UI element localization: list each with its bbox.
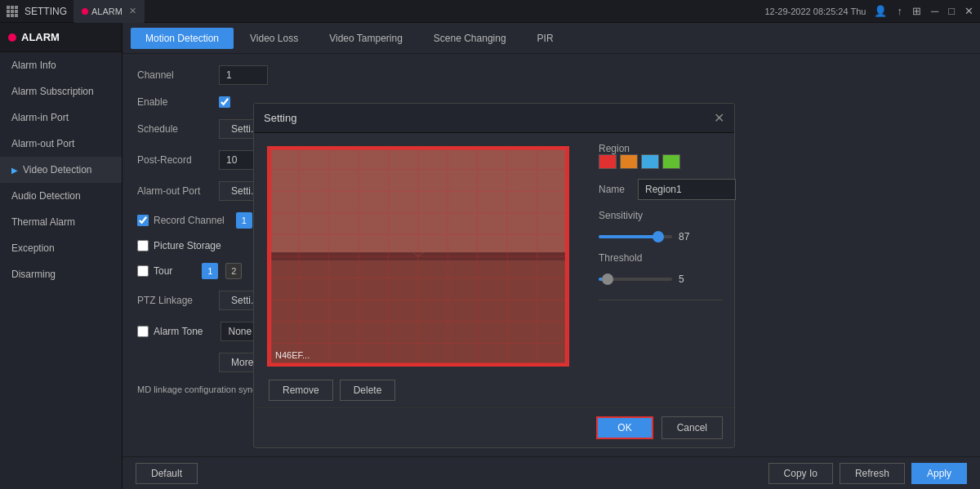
channel-input[interactable] [219,65,268,85]
alarm-tone-label: Alarm Tone [154,326,203,337]
region-color-blue[interactable] [641,154,659,169]
tab-scene-changing-label: Scene Changing [434,33,506,44]
setting-modal: Setting ✕ [253,103,735,448]
content-area: Motion Detection Video Loss Video Tamper… [122,23,980,489]
record-ch1-badge[interactable]: 1 [236,212,252,229]
top-bar-right: 12-29-2022 08:25:24 Thu 👤 ↑ ⊞ ─ □ ✕ [764,5,973,17]
camera-feed[interactable]: N46EF... [267,146,569,367]
picture-storage-label: Picture Storage [154,240,221,251]
tour-ch2-badge[interactable]: 2 [225,263,242,279]
tour-ch1-badge[interactable]: 1 [202,263,218,279]
tour-label: Tour [154,265,172,277]
arrow-icon: ▶ [11,166,18,175]
sidebar-label-thermal-alarm: Thermal Alarm [11,216,75,228]
sidebar-label-disarming: Disarming [11,269,56,280]
default-button[interactable]: Default [136,463,198,484]
modal-right-panel: Region Name [587,133,734,407]
export-icon[interactable]: ↑ [897,5,902,17]
alarm-tone-checkbox[interactable] [137,326,149,337]
enable-checkbox[interactable] [219,96,230,108]
sidebar-label-video-detection: Video Detection [23,164,92,176]
sidebar-label-alarm-out-port: Alarm-out Port [11,138,74,149]
bottom-bar: Default Copy Io Refresh Apply [122,456,980,489]
region-label: Region [599,143,630,154]
remove-button[interactable]: Remove [269,380,333,401]
schedule-label: Schedule [137,123,219,135]
refresh-button[interactable]: Refresh [840,463,905,484]
sensitivity-slider[interactable] [599,235,672,238]
region-color-green[interactable] [662,154,680,169]
delete-button[interactable]: Delete [340,380,396,401]
setting-label: SETTING [24,6,67,17]
sensitivity-slider-row: 87 [599,231,723,242]
channel-row: Channel [137,65,965,85]
sidebar-label-alarm-subscription: Alarm Subscription [11,86,94,97]
maximize-icon[interactable]: □ [948,5,955,17]
cancel-button[interactable]: Cancel [662,416,723,439]
sidebar: ALARM Alarm Info Alarm Subscription Alar… [0,23,122,489]
region-row: Region [599,143,723,169]
sidebar-item-audio-detection[interactable]: Audio Detection [0,183,122,209]
sidebar-label-audio-detection: Audio Detection [11,190,81,202]
tab-video-tampering-label: Video Tampering [329,33,403,44]
sidebar-item-thermal-alarm[interactable]: Thermal Alarm [0,209,122,235]
record-channel-label: Record Channel [154,215,225,226]
region-color-orange[interactable] [620,154,638,169]
sidebar-label-alarm-in-port: Alarm-in Port [11,112,69,123]
footer-right-buttons: Copy Io Refresh Apply [768,463,967,484]
ptz-linkage-label: PTZ Linkage [137,295,219,306]
camera-section: N46EF... Remove Delete [254,133,587,407]
app-grid-icon[interactable] [7,6,18,17]
sidebar-item-alarm-in-port[interactable]: Alarm-in Port [0,104,122,131]
alarm-tab-close[interactable]: ✕ [129,6,136,16]
sidebar-item-alarm-subscription[interactable]: Alarm Subscription [0,78,122,104]
modal-close-button[interactable]: ✕ [714,110,724,126]
sidebar-item-video-detection[interactable]: ▶ Video Detection [0,157,122,183]
threshold-slider-row: 5 [599,273,723,285]
sensitivity-label: Sensitivity [599,210,648,221]
name-label: Name [599,184,631,195]
tab-video-tampering[interactable]: Video Tampering [314,28,417,49]
tab-motion-detection[interactable]: Motion Detection [131,28,234,49]
datetime-label: 12-29-2022 08:25:24 Thu [764,7,866,16]
sidebar-header: ALARM [0,23,122,52]
region-colors [599,154,723,169]
top-bar-icons: 👤 ↑ ⊞ ─ □ ✕ [874,5,973,17]
sidebar-label-exception: Exception [11,242,55,254]
threshold-slider[interactable] [599,278,672,281]
tab-motion-label: Motion Detection [145,33,219,44]
modal-header: Setting ✕ [254,104,734,133]
sidebar-item-alarm-out-port[interactable]: Alarm-out Port [0,131,122,157]
region-name-input[interactable] [638,179,736,200]
apply-button[interactable]: Apply [911,463,967,484]
tab-pir[interactable]: PIR [523,28,568,49]
alarm-tab-label: ALARM [91,7,122,16]
threshold-value: 5 [679,273,695,285]
tour-checkbox[interactable] [137,265,149,277]
minimize-icon[interactable]: ─ [931,5,938,17]
modal-footer: OK Cancel [254,407,734,447]
tab-scene-changing[interactable]: Scene Changing [419,28,521,49]
name-row: Name [599,179,723,200]
ok-button[interactable]: OK [596,416,653,439]
copy-to-button[interactable]: Copy Io [768,463,833,484]
sidebar-item-exception[interactable]: Exception [0,235,122,261]
channel-label: Channel [137,69,219,81]
sidebar-label-alarm-info: Alarm Info [11,60,56,71]
region-color-red[interactable] [599,154,617,169]
sidebar-alarm-dot [8,33,16,42]
camera-label: N46EF... [275,350,310,360]
main-layout: ALARM Alarm Info Alarm Subscription Alar… [0,23,980,489]
picture-storage-checkbox[interactable] [137,240,149,251]
sidebar-item-disarming[interactable]: Disarming [0,261,122,287]
sidebar-item-alarm-info[interactable]: Alarm Info [0,52,122,78]
alarm-tab[interactable]: ALARM ✕ [74,0,145,23]
user-icon[interactable]: 👤 [874,5,887,17]
grid-icon[interactable]: ⊞ [912,5,921,17]
close-icon[interactable]: ✕ [964,5,973,17]
form-content: Channel Enable Schedule Setti... Post-Re… [122,54,980,456]
record-channel-checkbox[interactable] [137,215,149,226]
camera-grid-svg [269,148,568,365]
tab-video-loss[interactable]: Video Loss [235,28,313,49]
divider [599,300,723,300]
